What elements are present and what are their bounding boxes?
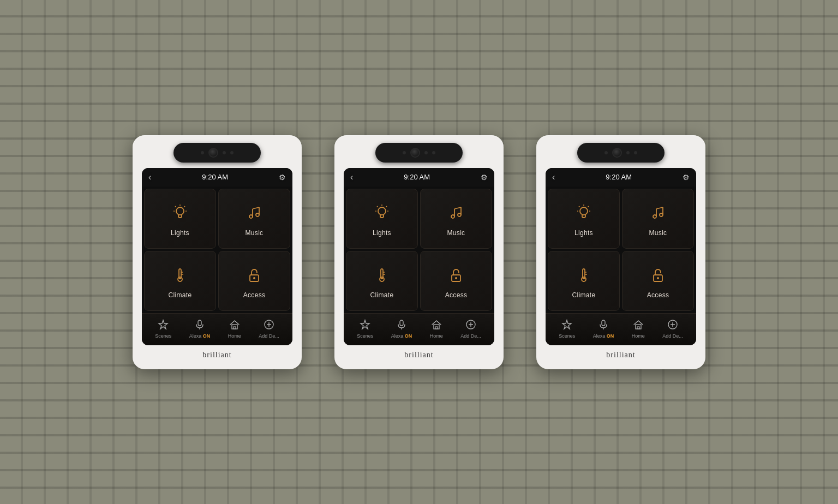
time-display: 9:20 AM bbox=[202, 173, 228, 181]
tile-music[interactable]: Music bbox=[420, 189, 492, 249]
svg-line-4 bbox=[175, 206, 176, 207]
nav-scenes[interactable]: Scenes bbox=[357, 319, 373, 339]
home-nav-label: Home bbox=[632, 333, 645, 339]
svg-rect-44 bbox=[435, 327, 438, 329]
settings-icon[interactable]: ⚙ bbox=[683, 173, 690, 182]
home-nav-label: Home bbox=[430, 333, 443, 339]
tile-lights[interactable]: Lights bbox=[346, 189, 418, 249]
scenes-nav-icon bbox=[158, 319, 169, 332]
add-nav-label: Add De... bbox=[259, 333, 279, 339]
climate-label: Climate bbox=[370, 291, 394, 299]
scenes-nav-label: Scenes bbox=[155, 333, 171, 339]
camera-dot-2 bbox=[634, 151, 637, 154]
camera-dot bbox=[626, 151, 630, 154]
bottom-nav-bar: Scenes Alexa ON Home Add De... bbox=[142, 313, 292, 345]
svg-point-54 bbox=[653, 215, 656, 218]
nav-home[interactable]: Home bbox=[228, 319, 241, 339]
nav-home[interactable]: Home bbox=[632, 319, 645, 339]
nav-alexa[interactable]: Alexa ON bbox=[593, 319, 614, 339]
back-button[interactable]: ‹ bbox=[350, 172, 353, 182]
alexa-nav-label: Alexa ON bbox=[391, 333, 412, 339]
touchscreen: ‹ 9:20 AM ⚙ Lights Music Climate bbox=[344, 168, 494, 345]
climate-label: Climate bbox=[572, 291, 596, 299]
alexa-nav-icon bbox=[396, 319, 407, 332]
nav-alexa[interactable]: Alexa ON bbox=[189, 319, 211, 339]
device-panel-3: ‹ 9:20 AM ⚙ Lights Music Climate bbox=[536, 135, 705, 369]
svg-rect-41 bbox=[400, 320, 403, 326]
camera-bar bbox=[577, 143, 665, 163]
tile-climate[interactable]: Climate bbox=[548, 251, 620, 311]
brand-name: brilliant bbox=[404, 351, 433, 359]
add-nav-label: Add De... bbox=[460, 333, 481, 339]
lights-icon bbox=[373, 203, 391, 225]
back-button[interactable]: ‹ bbox=[148, 172, 151, 182]
svg-line-10 bbox=[253, 207, 259, 209]
tile-climate[interactable]: Climate bbox=[144, 251, 216, 311]
svg-rect-68 bbox=[637, 327, 639, 329]
screen-header: ‹ 9:20 AM ⚙ bbox=[546, 168, 696, 187]
svg-line-28 bbox=[377, 206, 378, 207]
nav-scenes[interactable]: Scenes bbox=[559, 319, 575, 339]
music-icon bbox=[649, 203, 667, 225]
bottom-nav-bar: Scenes Alexa ON Home Add De... bbox=[344, 313, 494, 345]
lights-label: Lights bbox=[373, 229, 391, 237]
alexa-nav-icon bbox=[194, 319, 205, 332]
svg-line-26 bbox=[386, 206, 387, 207]
lights-icon bbox=[171, 203, 189, 225]
home-nav-icon bbox=[633, 319, 644, 332]
svg-point-24 bbox=[378, 207, 386, 215]
device-panel-2: ‹ 9:20 AM ⚙ Lights Music Climate bbox=[334, 135, 504, 369]
tile-access[interactable]: Access bbox=[218, 251, 290, 311]
svg-point-60 bbox=[582, 277, 586, 281]
screen-header: ‹ 9:20 AM ⚙ bbox=[142, 168, 292, 187]
camera-bar bbox=[173, 143, 261, 163]
app-grid: Lights Music Climate Access bbox=[344, 187, 494, 313]
svg-point-16 bbox=[253, 277, 255, 279]
music-label: Music bbox=[649, 229, 667, 237]
bottom-navigation: Scenes Alexa ON Home Add De... bbox=[146, 319, 288, 339]
tile-lights[interactable]: Lights bbox=[548, 189, 620, 249]
svg-point-48 bbox=[580, 207, 588, 215]
svg-line-50 bbox=[588, 206, 589, 207]
camera-indicator-dot bbox=[403, 151, 406, 154]
brand-name: brilliant bbox=[202, 351, 231, 359]
music-label: Music bbox=[447, 229, 465, 237]
lights-icon bbox=[574, 203, 593, 225]
tile-music[interactable]: Music bbox=[622, 189, 694, 249]
climate-icon bbox=[171, 266, 189, 287]
nav-add[interactable]: Add De... bbox=[460, 319, 481, 339]
svg-line-52 bbox=[579, 206, 580, 207]
camera-indicator-dot bbox=[604, 151, 608, 154]
settings-icon[interactable]: ⚙ bbox=[279, 173, 286, 182]
access-label: Access bbox=[243, 291, 265, 299]
svg-point-64 bbox=[657, 277, 659, 279]
time-display: 9:20 AM bbox=[606, 173, 632, 181]
scenes-nav-label: Scenes bbox=[559, 333, 575, 339]
nav-scenes[interactable]: Scenes bbox=[155, 319, 171, 339]
lights-label: Lights bbox=[171, 229, 189, 237]
settings-icon[interactable]: ⚙ bbox=[481, 173, 488, 182]
back-button[interactable]: ‹ bbox=[552, 172, 555, 182]
tile-access[interactable]: Access bbox=[420, 251, 492, 311]
camera-dot-2 bbox=[230, 151, 234, 154]
tile-lights[interactable]: Lights bbox=[144, 189, 216, 249]
climate-icon bbox=[373, 266, 391, 287]
svg-point-31 bbox=[458, 213, 461, 217]
tile-music[interactable]: Music bbox=[218, 189, 290, 249]
nav-add[interactable]: Add De... bbox=[259, 319, 279, 339]
bottom-nav-bar: Scenes Alexa ON Home Add De... bbox=[546, 313, 696, 345]
nav-add[interactable]: Add De... bbox=[662, 319, 683, 339]
camera-lens bbox=[208, 148, 218, 158]
climate-icon bbox=[574, 266, 593, 287]
svg-point-30 bbox=[451, 215, 454, 218]
home-nav-label: Home bbox=[228, 333, 241, 339]
touchscreen: ‹ 9:20 AM ⚙ Lights Music Climate bbox=[142, 168, 292, 345]
camera-bar bbox=[375, 143, 463, 163]
svg-rect-17 bbox=[198, 320, 201, 326]
nav-home[interactable]: Home bbox=[430, 319, 443, 339]
svg-line-58 bbox=[656, 207, 663, 209]
tile-access[interactable]: Access bbox=[622, 251, 694, 311]
nav-alexa[interactable]: Alexa ON bbox=[391, 319, 412, 339]
scenes-nav-label: Scenes bbox=[357, 333, 373, 339]
tile-climate[interactable]: Climate bbox=[346, 251, 418, 311]
